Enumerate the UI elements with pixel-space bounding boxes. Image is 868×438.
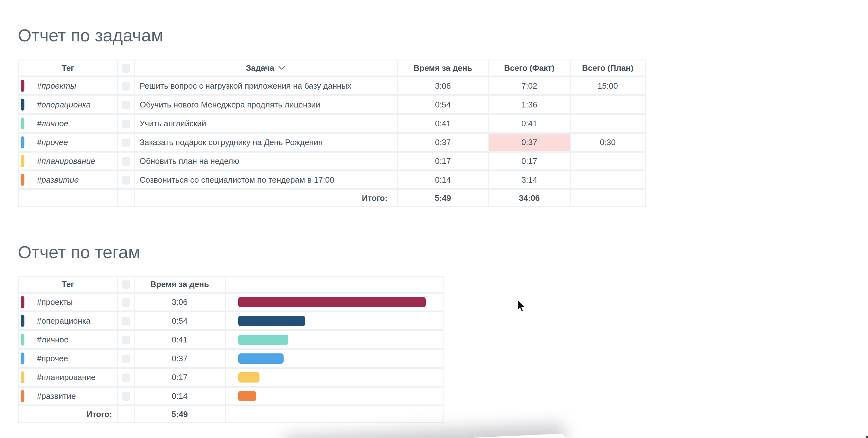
plan-time	[570, 115, 646, 134]
row-checkbox[interactable]	[122, 336, 130, 344]
checkbox-cell	[118, 331, 134, 350]
tag-time-bar	[238, 372, 259, 383]
tags-table: Тег Время за день #проекты 3:06 #операци…	[18, 276, 443, 423]
row-checkbox[interactable]	[122, 101, 130, 109]
fact-time: 3:14	[489, 171, 570, 190]
tag-label: #развитие	[37, 175, 79, 184]
checkbox-cell	[118, 171, 134, 190]
report-page: Отчет по задачам Тег Задача Время за ден…	[18, 0, 646, 423]
task-row: #развитие Созвониться со специалистом по…	[18, 171, 646, 190]
tag-label: #прочее	[37, 354, 68, 363]
checkbox-cell	[118, 78, 134, 96]
col-header-total-plan: Всего (План)	[570, 60, 646, 78]
task-row: #личное Учить английский 0:41 0:41	[18, 115, 646, 134]
day-time: 0:14	[134, 387, 226, 406]
totals-day: 5:49	[134, 406, 226, 423]
task-title: Решить вопрос с нагрузкой приложения на …	[134, 78, 398, 96]
plan-time: 15:00	[570, 78, 646, 96]
select-all-checkbox[interactable]	[122, 64, 130, 73]
tag-cell: #личное	[18, 331, 118, 350]
col-header-task-label: Задача	[246, 63, 275, 73]
totals-label: Итого:	[134, 190, 398, 207]
tags-totals-row: Итого: 5:49	[18, 406, 443, 423]
tag-color-pill	[21, 296, 24, 308]
row-checkbox[interactable]	[122, 120, 130, 128]
day-time: 0:14	[398, 171, 489, 190]
tag-cell: #личное	[18, 115, 118, 134]
day-time: 0:41	[398, 115, 489, 134]
row-checkbox[interactable]	[122, 355, 130, 363]
tag-cell: #планирование	[18, 369, 118, 387]
totals-label: Итого:	[18, 406, 118, 423]
task-title: Обучить нового Менеджера продлять лиценз…	[134, 96, 398, 115]
tasks-table: Тег Задача Время за день Всего (Факт) Вс…	[18, 60, 646, 207]
empty-cell	[118, 406, 134, 423]
hidden-bottom-panel-shadow	[283, 434, 567, 438]
checkbox-cell	[118, 153, 134, 171]
tag-row: #прочее 0:37	[18, 350, 443, 369]
tag-cell: #развитие	[18, 387, 118, 406]
tag-time-bar	[238, 316, 305, 326]
empty-cell	[570, 190, 646, 207]
tag-color-pill	[21, 174, 24, 186]
fact-time: 0:17	[489, 153, 570, 171]
select-all-checkbox[interactable]	[122, 281, 130, 289]
tag-color-pill	[21, 99, 24, 111]
row-checkbox[interactable]	[122, 139, 130, 147]
tag-row: #проекты 3:06	[18, 294, 443, 312]
tag-label: #проекты	[37, 81, 76, 91]
row-checkbox[interactable]	[122, 374, 130, 382]
checkbox-cell	[118, 96, 134, 115]
tag-cell: #развитие	[18, 171, 118, 190]
col-header-checkbox	[118, 60, 134, 78]
day-time: 3:06	[398, 78, 489, 96]
plan-time: 0:30	[570, 134, 646, 153]
task-title: Учить английский	[134, 115, 398, 134]
checkbox-cell	[118, 294, 134, 312]
sort-chevron-down-icon	[278, 65, 285, 70]
tag-label: #личное	[37, 335, 68, 344]
row-checkbox[interactable]	[122, 82, 130, 91]
tag-color-pill	[21, 117, 24, 129]
day-time: 0:37	[398, 134, 489, 153]
tag-label: #планирование	[37, 156, 95, 166]
tags-header-row: Тег Время за день	[18, 276, 443, 294]
checkbox-cell	[118, 387, 134, 406]
tag-time-bar	[238, 391, 256, 401]
col-header-day: Время за день	[134, 276, 226, 294]
tasks-report-title: Отчет по задачам	[18, 26, 646, 45]
day-time: 3:06	[134, 294, 226, 312]
fact-time: 1:36	[489, 96, 570, 115]
task-row: #прочее Заказать подарок сотруднику на Д…	[18, 134, 646, 153]
task-title: Заказать подарок сотруднику на День Рожд…	[134, 134, 398, 153]
day-time: 0:54	[398, 96, 489, 115]
row-checkbox[interactable]	[122, 317, 130, 325]
task-row: #проекты Решить вопрос с нагрузкой прило…	[18, 78, 646, 96]
plan-time	[570, 171, 646, 190]
row-checkbox[interactable]	[122, 298, 130, 307]
row-checkbox[interactable]	[122, 392, 130, 401]
bar-cell	[226, 331, 443, 350]
day-time: 0:41	[134, 331, 226, 350]
tag-color-pill	[21, 334, 24, 346]
tag-cell: #проекты	[18, 294, 118, 312]
col-header-task[interactable]: Задача	[134, 60, 398, 78]
plan-time	[570, 96, 646, 115]
tag-label: #планирование	[37, 373, 95, 382]
tag-color-pill	[21, 136, 24, 148]
day-time: 0:17	[134, 369, 226, 387]
task-row: #планирование Обновить план на неделю 0:…	[18, 153, 646, 171]
tag-label: #операционка	[37, 100, 90, 109]
day-time: 0:37	[134, 350, 226, 369]
checkbox-cell	[118, 369, 134, 387]
row-checkbox[interactable]	[122, 176, 130, 184]
fact-time-overplan: 0:37	[489, 134, 570, 153]
col-header-tag: Тег	[18, 60, 118, 78]
tag-time-bar	[238, 334, 288, 345]
checkbox-cell	[118, 134, 134, 153]
bar-cell	[226, 294, 443, 312]
bar-cell	[226, 387, 443, 406]
tag-cell: #прочее	[18, 134, 118, 153]
row-checkbox[interactable]	[122, 157, 130, 166]
tag-label: #операционка	[37, 316, 90, 325]
